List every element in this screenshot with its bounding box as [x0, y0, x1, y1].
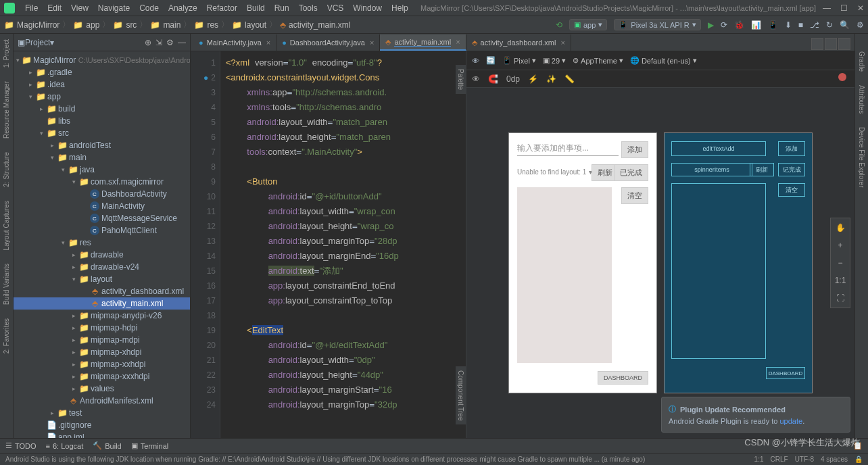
menu-window[interactable]: Window — [348, 2, 387, 14]
update-icon[interactable]: ↻ — [826, 20, 833, 30]
tree-class-dashboard: CDashboardActivity — [14, 188, 190, 200]
close-icon[interactable]: ✕ — [857, 3, 864, 13]
menu-code[interactable]: Code — [135, 2, 164, 14]
minimize-icon[interactable]: — — [823, 3, 831, 13]
orientation-icon[interactable]: 🔄 — [486, 56, 496, 65]
bc-file[interactable]: activity_main.xml — [289, 20, 350, 30]
plugin-update-notification: ⓘPlugin Update Recommended Android Gradl… — [661, 397, 850, 433]
status-pos[interactable]: 1:1 — [754, 456, 764, 463]
device-dropdown[interactable]: 📱Pixel 3a XL API R ▾ — [614, 19, 700, 30]
tab-dashboardactivity[interactable]: ●DashboardActivity.java× — [276, 34, 380, 51]
clear-constraints-icon[interactable]: ✨ — [546, 74, 556, 84]
tree-file-activity-main: ⬘activity_main.xml — [14, 297, 190, 310]
project-sidebar: ▣ Project ▾ ⊕ ⇲ ⚙ — ▾📁MagicMirror C:\Use… — [14, 34, 191, 438]
design-view-icon[interactable] — [838, 38, 850, 50]
tool-favorites[interactable]: 2: Favorites — [3, 314, 10, 358]
menu-tools[interactable]: Tools — [294, 2, 322, 14]
tab-mainactivity[interactable]: ●MainActivity.java× — [193, 34, 276, 51]
view-options-icon[interactable]: 👁 — [472, 74, 480, 84]
tool-device-file-explorer[interactable]: Device File Explorer — [858, 123, 865, 191]
preview-api-dropdown[interactable]: ▣ 29 ▾ — [543, 56, 566, 65]
menu-help[interactable]: Help — [387, 2, 413, 14]
run-button[interactable]: ▶ — [708, 20, 714, 30]
menu-analyze[interactable]: Analyze — [164, 2, 202, 14]
component-tree-tab[interactable]: Component Tree — [456, 366, 466, 425]
tab-activity-dashboard-xml[interactable]: ⬘activity_dashboard.xml× — [466, 34, 571, 51]
profile-icon[interactable]: 📊 — [751, 20, 761, 30]
tree-class-main: CMainActivity — [14, 200, 190, 212]
tool-attributes[interactable]: Attributes — [858, 81, 865, 118]
bc-main[interactable]: main — [163, 20, 180, 30]
tool-build[interactable]: 🔨 Build — [93, 441, 121, 450]
infer-icon[interactable]: ⚡ — [528, 74, 538, 84]
magnet-icon[interactable]: 🧲 — [488, 74, 498, 84]
menu-view[interactable]: View — [66, 2, 93, 14]
palette-tab[interactable]: Palette — [456, 65, 466, 94]
apply-changes-icon[interactable]: ⟳ — [721, 20, 727, 30]
zoom-fit[interactable]: 1:1 — [834, 274, 847, 287]
preview-design[interactable]: 输入要添加的事项... 添加 Unable to find layout: 1▾… — [508, 132, 657, 393]
settings-icon[interactable]: ⚙ — [857, 20, 864, 30]
zoom-actual-icon[interactable]: ⛶ — [834, 291, 847, 305]
maximize-icon[interactable]: ☐ — [840, 3, 848, 13]
menu-refactor[interactable]: Refactor — [202, 2, 242, 14]
status-encoding[interactable]: UTF-8 — [795, 456, 814, 463]
status-lineending[interactable]: CRLF — [771, 456, 788, 463]
tool-layout-captures[interactable]: Layout Captures — [3, 197, 10, 254]
tool-todo[interactable]: ☰ TODO — [5, 441, 37, 450]
tool-gradle[interactable]: Gradle — [858, 47, 865, 76]
hide-icon[interactable]: — — [178, 38, 186, 47]
bc-res[interactable]: res — [207, 20, 218, 30]
menu-vcs[interactable]: VCS — [322, 2, 349, 14]
tool-logcat[interactable]: ≡ 6: Logcat — [46, 442, 84, 450]
git-icon[interactable]: ⎇ — [810, 20, 819, 30]
error-indicator[interactable] — [838, 73, 846, 81]
menu-navigate[interactable]: Navigate — [93, 2, 135, 14]
pan-icon[interactable]: ✋ — [834, 221, 847, 235]
avd-icon[interactable]: 📱 — [768, 20, 778, 30]
tool-terminal[interactable]: ▣ Terminal — [131, 441, 169, 450]
zoom-in-icon[interactable]: + — [834, 239, 847, 252]
menu-build[interactable]: Build — [242, 2, 270, 14]
menu-run[interactable]: Run — [270, 2, 294, 14]
status-lock-icon[interactable]: 🔒 — [854, 456, 863, 463]
tool-project[interactable]: 1: Project — [3, 35, 10, 72]
eye-icon[interactable]: 👁 — [472, 57, 479, 65]
project-tree[interactable]: ▾📁MagicMirror C:\Users\SXF\Desktop\java\… — [14, 51, 190, 438]
tool-resource-manager[interactable]: Resource Manager — [3, 77, 10, 143]
menu-edit[interactable]: Edit — [43, 2, 66, 14]
preview-locale-dropdown[interactable]: 🌐 Default (en-us) ▾ — [630, 56, 697, 65]
preview-theme-dropdown[interactable]: ⊚ AppTheme ▾ — [573, 56, 623, 65]
tab-activity-main-xml[interactable]: ⬘activity_main.xml× — [380, 34, 466, 51]
search-icon[interactable]: 🔍 — [840, 20, 850, 30]
locate-icon[interactable]: ⊕ — [145, 38, 151, 47]
bc-app[interactable]: app — [86, 20, 99, 30]
bc-src[interactable]: src — [126, 20, 137, 30]
tool-build-variants[interactable]: Build Variants — [3, 260, 10, 309]
code-editor[interactable]: 123456789101112131415161718192021222324 … — [191, 51, 466, 438]
collapse-icon[interactable]: ⇲ — [155, 38, 162, 47]
menu-file[interactable]: File — [20, 2, 43, 14]
default-margin[interactable]: 0dp — [506, 74, 520, 84]
preview-blueprint[interactable]: editTextAdd 添加 spinnerItems 刷新 记完成 清空 DA… — [664, 132, 813, 393]
run-config-dropdown[interactable]: ▣app ▾ — [569, 19, 607, 30]
debug-icon[interactable]: 🐞 — [734, 20, 744, 30]
sync-icon[interactable]: ⟲ — [556, 20, 562, 30]
sdk-icon[interactable]: ⬇ — [785, 20, 792, 30]
update-link[interactable]: update — [779, 417, 802, 425]
zoom-out-icon[interactable]: − — [834, 256, 847, 270]
preview-device-dropdown[interactable]: 📱 Pixel ▾ — [502, 56, 536, 65]
stop-icon[interactable]: ■ — [798, 20, 803, 30]
bc-root[interactable]: MagicMirror — [17, 20, 59, 30]
gear-icon[interactable]: ⚙ — [166, 38, 174, 47]
project-view-label[interactable]: Project — [25, 38, 50, 47]
preview-edit-text: 输入要添加的事项... — [517, 141, 619, 156]
guideline-icon[interactable]: 📏 — [564, 74, 575, 84]
bc-layout[interactable]: layout — [245, 20, 266, 30]
line-gutter: 123456789101112131415161718192021222324 — [191, 51, 220, 438]
tool-structure[interactable]: 2: Structure — [3, 148, 10, 191]
event-log-icon[interactable]: 📋 — [853, 441, 863, 450]
status-indent[interactable]: 4 spaces — [821, 456, 848, 463]
split-view-icon[interactable] — [825, 38, 837, 50]
code-view-icon[interactable] — [811, 38, 823, 50]
